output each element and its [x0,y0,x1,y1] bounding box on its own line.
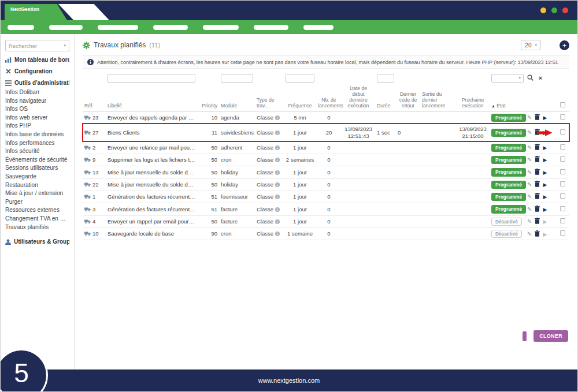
edit-icon[interactable]: ✎ [527,169,532,177]
info-icon[interactable] [275,130,280,135]
menu-item-redacted[interactable] [203,25,239,30]
job-ref-link[interactable]: 3 [92,206,95,212]
delete-icon[interactable] [535,218,540,224]
delete-icon[interactable] [535,193,540,199]
job-ref-link[interactable]: 23 [92,114,99,121]
filter-duree-input[interactable] [377,74,394,83]
info-icon[interactable] [275,115,280,120]
edit-icon[interactable]: ✎ [527,218,532,226]
close-dot[interactable] [562,8,568,13]
run-icon[interactable]: ▶ [543,219,547,225]
sidebar-item[interactable]: Changement TVA en mas... [1,215,74,223]
row-checkbox[interactable] [560,218,565,223]
column-header[interactable]: Sortie du dernier lancement [420,85,456,111]
info-icon[interactable] [275,232,280,236]
sidebar-item-admin-tools[interactable]: Outils d'administrati... [5,80,69,86]
info-icon[interactable] [275,219,280,224]
column-header[interactable]: Priority [197,85,219,111]
job-ref-link[interactable]: 22 [92,181,99,188]
page-size-select[interactable]: 20 ▾ [521,40,541,50]
edit-icon[interactable]: ✎ [527,231,532,238]
sidebar-item[interactable]: Infos navigateur [1,97,74,106]
column-header[interactable]: Nb. de lancements [316,85,342,111]
column-header[interactable]: Dernier code de retour [396,85,420,111]
job-label-link[interactable]: Sauvegarde locale de base [108,230,174,237]
row-checkbox[interactable] [560,206,565,211]
sidebar-item[interactable]: Purger [1,198,74,207]
run-icon[interactable]: ▶ [543,115,547,121]
run-icon[interactable]: ▶ [543,182,547,188]
job-label-link[interactable]: Génération des factures récurrentes (ach… [108,193,197,200]
info-icon[interactable] [275,158,280,162]
sidebar-item[interactable]: Infos web server [1,114,74,122]
sidebar-search-select[interactable]: Rechercher ▾ [5,40,69,51]
row-checkbox[interactable] [560,144,565,150]
column-header[interactable]: Module [219,85,255,111]
run-icon[interactable]: ▶ [543,207,547,213]
job-ref-link[interactable]: 27 [92,129,99,136]
filter-module-input[interactable] [221,74,253,83]
job-label-link[interactable]: Supprimer les logs et les fichiers tempo… [108,156,197,163]
job-label-link[interactable]: Génération des factures récurrentes (ven… [108,206,197,212]
menu-item-redacted[interactable] [153,25,188,30]
edit-icon[interactable]: ✎ [527,181,532,189]
filter-libelle-input[interactable] [108,74,195,83]
delete-icon[interactable] [535,181,540,187]
job-ref-link[interactable]: 13 [92,169,99,176]
edit-icon[interactable]: ✎ [527,114,532,122]
job-label-link[interactable]: Envoyer des rappels agenda par e-mails [108,114,197,121]
row-checkbox[interactable] [560,129,565,135]
edit-icon[interactable]: ✎ [527,129,532,137]
column-header[interactable]: Date de début dernière exécution [342,85,375,111]
row-checkbox[interactable] [560,181,565,186]
delete-icon[interactable] [535,230,540,237]
edit-icon[interactable]: ✎ [527,193,532,201]
run-icon[interactable]: ▶ [543,157,547,163]
sidebar-item[interactable]: Infos Dolibarr [1,88,74,97]
edit-icon[interactable]: ✎ [527,144,532,152]
job-label-link[interactable]: Mise à jour mensuelle du solde des congé… [108,169,197,176]
row-checkbox[interactable] [560,156,565,162]
run-icon[interactable]: ▶ [543,194,547,200]
sidebar-item[interactable]: Sessions utilisateurs [1,164,74,173]
sidebar-item[interactable]: Infos base de données [1,130,74,139]
info-icon[interactable] [275,195,280,199]
delete-icon[interactable] [535,156,540,162]
sidebar-item[interactable]: Infos PHP [1,122,74,130]
info-icon[interactable] [275,145,280,150]
sidebar-item-dashboard[interactable]: Mon tableau de bord [5,57,69,63]
column-header[interactable]: ▲ État [490,85,525,111]
sidebar-item[interactable]: Ressources externes [1,206,74,215]
column-header[interactable]: Réf. [83,85,106,111]
filter-etat-select[interactable]: ▾ [491,74,524,83]
run-icon[interactable]: ▶ [543,145,547,151]
edit-icon[interactable]: ✎ [527,156,532,164]
clear-filter-icon[interactable]: × [539,74,542,81]
column-header[interactable]: Durée [375,85,396,111]
job-label-link[interactable]: Mise à jour mensuelle du solde des congé… [108,181,197,188]
job-ref-link[interactable]: 4 [92,218,95,225]
run-icon[interactable]: ▶ [543,232,547,238]
column-header[interactable]: Fréquence [284,85,316,111]
job-ref-link[interactable]: 2 [92,144,95,151]
menu-item-redacted[interactable] [49,25,83,30]
column-header[interactable]: Prochaine exécution [456,85,490,111]
delete-icon[interactable] [535,169,540,175]
minimize-dot[interactable] [540,8,546,13]
maximize-dot[interactable] [551,8,557,13]
sidebar-item[interactable]: Restauration [1,181,74,190]
sidebar-item[interactable]: Sauvegarde [1,173,74,181]
row-checkbox[interactable] [560,169,565,174]
menu-item-redacted[interactable] [303,25,334,30]
sidebar-item[interactable]: Travaux planifiés [1,223,74,232]
menu-item-redacted[interactable] [254,25,288,30]
delete-icon[interactable] [535,144,540,150]
info-icon[interactable] [275,182,280,187]
delete-icon[interactable] [535,206,540,212]
column-header[interactable]: Libellé [106,85,197,111]
brand-tab[interactable]: NextGestion [5,4,67,20]
job-ref-link[interactable]: 9 [92,156,95,163]
row-checkbox[interactable] [560,114,565,120]
sidebar-item-users-groups[interactable]: Utilisateurs & Group... [5,238,69,245]
filter-frequence-input[interactable] [286,74,314,83]
